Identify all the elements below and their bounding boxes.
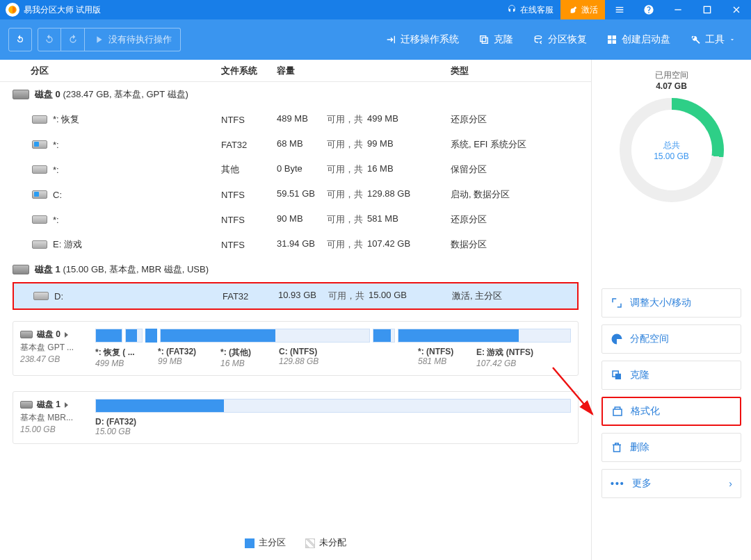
side-action-allocate[interactable]: 分配空间 [601,324,741,354]
undo-redo-group: 没有待执行操作 [38,28,181,51]
partition-recovery-button[interactable]: 分区恢复 [526,28,594,51]
map-legend-entry: E: 游戏 (NTFS)107.42 GB [476,347,533,368]
partition-row[interactable]: C: NTFS 59.51 GB可用，共129.88 GB 启动, 数据分区 [0,182,591,207]
partition-icon [32,190,47,199]
disk-row[interactable]: 磁盘 1 (15.00 GB, 基本盘, MBR 磁盘, USB) [0,257,591,282]
svg-rect-2 [704,6,710,13]
partition-row[interactable]: E: 游戏 NTFS 31.94 GB可用，共107.42 GB 数据分区 [0,232,591,257]
more-icon: ••• [611,478,625,489]
svg-rect-8 [608,40,611,44]
map-legend-entry: D: (FAT32)15.00 GB [95,417,136,436]
map-legend-entry: C: (NTFS)129.88 GB [279,347,398,368]
disk-map-1[interactable]: 磁盘 1 基本盘 MBR... 15.00 GB D: (FAT32)15.00… [13,391,579,444]
svg-rect-3 [481,36,486,42]
partition-row[interactable]: *: 其他 0 Byte可用，共16 MB 保留分区 [0,157,591,182]
window-maximize-button[interactable] [693,0,722,19]
disk-icon [13,265,29,274]
menu-list-icon[interactable] [605,0,634,19]
clone-button[interactable]: 克隆 [471,28,520,51]
side-action-resize[interactable]: 调整大小/移动 [601,288,741,318]
create-boot-disk-button[interactable]: 创建启动盘 [599,28,677,51]
online-support-button[interactable]: 在线客服 [499,0,560,19]
map-legend-entry: *: (其他)16 MB [220,347,259,368]
chevron-right-icon: › [729,478,732,489]
svg-rect-6 [608,35,611,39]
legend-primary-swatch [245,538,255,548]
svg-point-5 [535,36,541,39]
partition-table-header: 分区 文件系统 容量 类型 [0,60,591,82]
main-toolbar: 没有待执行操作 迁移操作系统 克隆 分区恢复 创建启动盘 工具 [0,19,751,60]
tools-dropdown[interactable]: 工具 [683,28,743,51]
migrate-os-button[interactable]: 迁移操作系统 [378,28,466,51]
side-action-clone[interactable]: 克隆 [601,361,741,390]
chevron-right-icon [65,402,68,408]
refresh-button[interactable] [8,28,32,51]
partition-row[interactable]: *: 恢复 NTFS 489 MB可用，共499 MB 还原分区 [0,107,591,132]
partition-row[interactable]: D: FAT32 10.93 GB可用，共15.00 GB 激活, 主分区 [14,283,577,308]
side-panel: 已用空间4.07 GB 总共 15.00 GB 调整大小/移动 分配空间 [591,60,751,560]
disk-icon [20,331,33,338]
partition-table-body: 磁盘 0 (238.47 GB, 基本盘, GPT 磁盘) *: 恢复 NTFS… [0,82,591,310]
disk-icon [20,401,33,409]
app-title: 易我分区大师 试用版 [24,4,101,16]
help-icon[interactable] [634,0,663,19]
side-action-more[interactable]: ••• 更多 › [601,469,741,498]
window-minimize-button[interactable] [663,0,693,19]
partition-icon [32,115,47,124]
undo-button[interactable] [38,28,61,51]
app-logo-icon [6,3,19,17]
partition-icon [32,240,47,249]
side-action-format[interactable]: 格式化 [601,397,741,426]
usage-ring-chart: 总共 15.00 GB [620,98,724,202]
partition-row[interactable]: *: FAT32 68 MB可用，共99 MB 系统, EFI 系统分区 [0,132,591,157]
svg-rect-4 [482,38,487,43]
partition-row[interactable]: *: NTFS 90 MB可用，共581 MB 还原分区 [0,207,591,232]
svg-rect-7 [613,35,616,39]
partition-icon [33,292,49,300]
window-close-button[interactable] [722,0,751,19]
activate-button[interactable]: 激活 [560,0,605,19]
map-legend-entry: *: (FAT32)99 MB [158,347,201,368]
svg-rect-1 [675,9,681,10]
partition-icon [32,165,47,174]
partition-icon [32,215,47,224]
disk-map-0[interactable]: 磁盘 0 基本盘 GPT ... 238.47 GB [13,321,579,376]
map-legend-entry: *: 恢复 ( ...499 MB [95,347,138,368]
svg-rect-11 [615,374,621,379]
map-legend-entry: *: (NTFS)581 MB [418,347,457,368]
side-action-delete[interactable]: 删除 [601,433,741,462]
chevron-right-icon [65,332,68,338]
selected-row-highlight: D: FAT32 10.93 GB可用，共15.00 GB 激活, 主分区 [13,282,579,310]
disk-row[interactable]: 磁盘 0 (238.47 GB, 基本盘, GPT 磁盘) [0,82,591,107]
svg-rect-9 [613,40,616,44]
bottom-legend: 主分区 未分配 [0,529,591,560]
title-bar: 易我分区大师 试用版 在线客服 激活 [0,0,751,19]
pending-operations[interactable]: 没有待执行操作 [85,28,181,51]
partition-icon [32,140,47,149]
disk-icon [13,90,29,99]
redo-button[interactable] [61,28,85,51]
legend-unalloc-swatch [305,538,315,548]
